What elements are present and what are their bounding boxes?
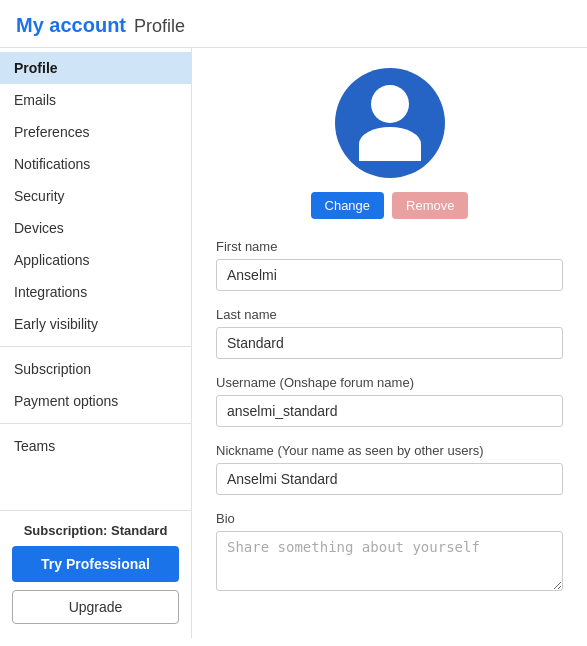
change-avatar-button[interactable]: Change [311, 192, 385, 219]
sidebar-item-profile[interactable]: Profile [0, 52, 191, 84]
main-content: Change Remove First name Last name Usern… [192, 48, 587, 638]
sidebar-divider-1 [0, 346, 191, 347]
nickname-label: Nickname (Your name as seen by other use… [216, 443, 563, 458]
username-input[interactable] [216, 395, 563, 427]
sidebar-item-payment-options[interactable]: Payment options [0, 385, 191, 417]
nickname-group: Nickname (Your name as seen by other use… [216, 443, 563, 495]
avatar-section: Change Remove [216, 68, 563, 219]
sidebar-item-notifications[interactable]: Notifications [0, 148, 191, 180]
avatar-head [371, 85, 409, 123]
sidebar-item-teams[interactable]: Teams [0, 430, 191, 462]
last-name-label: Last name [216, 307, 563, 322]
sidebar-item-early-visibility[interactable]: Early visibility [0, 308, 191, 340]
username-group: Username (Onshape forum name) [216, 375, 563, 427]
try-professional-button[interactable]: Try Professional [12, 546, 179, 582]
avatar-body [359, 127, 421, 161]
bio-group: Bio [216, 511, 563, 594]
sidebar-divider-2 [0, 423, 191, 424]
upgrade-button[interactable]: Upgrade [12, 590, 179, 624]
avatar-buttons: Change Remove [311, 192, 469, 219]
bio-label: Bio [216, 511, 563, 526]
last-name-group: Last name [216, 307, 563, 359]
sidebar-item-devices[interactable]: Devices [0, 212, 191, 244]
avatar [335, 68, 445, 178]
sidebar: Profile Emails Preferences Notifications… [0, 48, 192, 638]
subscription-label: Subscription: Standard [12, 523, 179, 538]
sidebar-bottom: Subscription: Standard Try Professional … [0, 510, 191, 638]
bio-textarea[interactable] [216, 531, 563, 591]
sidebar-item-security[interactable]: Security [0, 180, 191, 212]
sidebar-item-preferences[interactable]: Preferences [0, 116, 191, 148]
remove-avatar-button[interactable]: Remove [392, 192, 468, 219]
sidebar-item-subscription[interactable]: Subscription [0, 353, 191, 385]
first-name-group: First name [216, 239, 563, 291]
last-name-input[interactable] [216, 327, 563, 359]
first-name-label: First name [216, 239, 563, 254]
sidebar-item-applications[interactable]: Applications [0, 244, 191, 276]
avatar-person-icon [359, 85, 421, 161]
username-label: Username (Onshape forum name) [216, 375, 563, 390]
nickname-input[interactable] [216, 463, 563, 495]
profile-heading: Profile [134, 16, 185, 37]
sidebar-item-integrations[interactable]: Integrations [0, 276, 191, 308]
sidebar-item-emails[interactable]: Emails [0, 84, 191, 116]
my-account-heading: My account [16, 14, 126, 37]
first-name-input[interactable] [216, 259, 563, 291]
